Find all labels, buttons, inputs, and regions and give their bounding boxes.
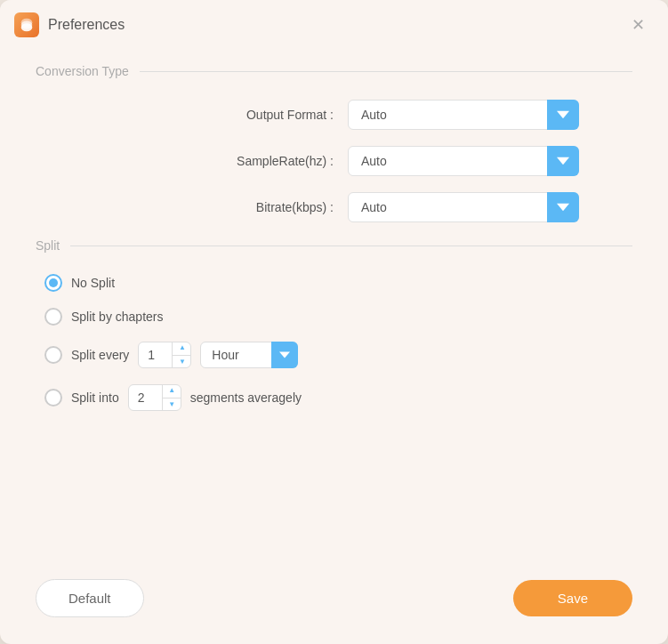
split-every-unit-select[interactable]: Hour Minute Second xyxy=(200,342,298,368)
split-chapters-label: Split by chapters xyxy=(71,310,164,324)
split-every-unit-wrapper: Hour Minute Second xyxy=(200,342,298,368)
split-every-radio[interactable] xyxy=(44,346,62,364)
bitrate-select-wrapper: Auto 128 192 256 320 xyxy=(348,192,579,222)
split-every-down-arrow[interactable]: ▼ xyxy=(173,356,191,369)
output-format-row: Output Format : Auto MP3 AAC FLAC WAV M4… xyxy=(36,100,632,130)
save-button[interactable]: Save xyxy=(513,580,632,616)
split-into-up-arrow[interactable]: ▲ xyxy=(163,384,181,398)
sample-rate-row: SampleRate(hz) : Auto 22050 44100 48000 … xyxy=(36,146,632,176)
split-into-spinner: ▲ ▼ xyxy=(128,384,181,411)
title-bar-left: Preferences xyxy=(14,12,125,37)
conversion-type-section-header: Conversion Type xyxy=(36,64,632,78)
split-chapters-radio[interactable] xyxy=(44,308,62,326)
split-every-up-arrow[interactable]: ▲ xyxy=(173,342,191,356)
split-divider xyxy=(70,246,632,246)
output-format-label: Output Format : xyxy=(246,108,334,122)
sample-rate-label: SampleRate(hz) : xyxy=(237,154,334,168)
no-split-row: No Split xyxy=(44,274,632,292)
split-into-label: Split into xyxy=(71,390,119,405)
bitrate-label: Bitrate(kbps) : xyxy=(256,200,334,214)
footer: Default Save xyxy=(0,561,668,644)
window-title: Preferences xyxy=(48,17,125,33)
no-split-radio[interactable] xyxy=(44,274,62,292)
preferences-window: Preferences ✕ Conversion Type Output For… xyxy=(0,0,668,644)
split-every-spinner: ▲ ▼ xyxy=(138,342,191,368)
split-section: Split No Split Split by chapters Split xyxy=(36,238,632,411)
split-every-row: Split every ▲ ▼ Hour Minute Second xyxy=(44,342,632,368)
split-chapters-row: Split by chapters xyxy=(44,308,632,326)
split-section-header: Split xyxy=(36,238,632,253)
sample-rate-select[interactable]: Auto 22050 44100 48000 96000 xyxy=(348,146,579,176)
split-into-radio[interactable] xyxy=(44,389,62,407)
split-into-row: Split into ▲ ▼ segments averagely xyxy=(44,384,632,411)
app-icon xyxy=(14,12,39,37)
section-divider xyxy=(140,71,632,72)
split-options: No Split Split by chapters Split every ▲ xyxy=(36,274,632,411)
split-every-arrows: ▲ ▼ xyxy=(172,342,191,368)
content-area: Conversion Type Output Format : Auto MP3… xyxy=(0,46,668,561)
split-into-arrows: ▲ ▼ xyxy=(162,384,181,411)
split-every-label: Split every xyxy=(71,348,129,362)
bitrate-row: Bitrate(kbps) : Auto 128 192 256 320 xyxy=(36,192,632,222)
sample-rate-select-wrapper: Auto 22050 44100 48000 96000 xyxy=(348,146,579,176)
output-format-select-wrapper: Auto MP3 AAC FLAC WAV M4A xyxy=(348,100,579,130)
close-button[interactable]: ✕ xyxy=(625,12,650,37)
no-split-label: No Split xyxy=(71,276,115,290)
default-button[interactable]: Default xyxy=(36,579,144,617)
split-into-suffix: segments averagely xyxy=(190,390,302,405)
svg-point-2 xyxy=(21,19,33,27)
split-label: Split xyxy=(36,238,60,253)
output-format-select[interactable]: Auto MP3 AAC FLAC WAV M4A xyxy=(348,100,579,130)
conversion-type-label: Conversion Type xyxy=(36,64,129,78)
title-bar: Preferences ✕ xyxy=(0,0,668,46)
split-into-down-arrow[interactable]: ▼ xyxy=(163,398,181,412)
bitrate-select[interactable]: Auto 128 192 256 320 xyxy=(348,192,579,222)
